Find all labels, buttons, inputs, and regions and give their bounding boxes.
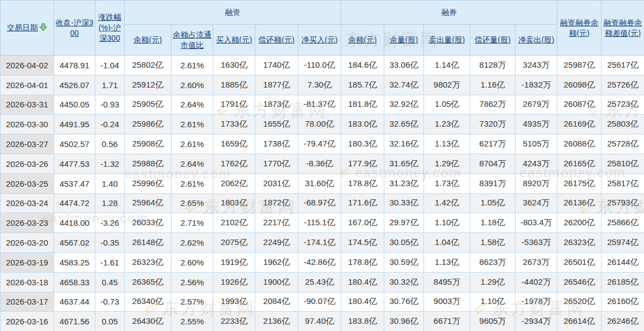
column-header-rq-volume[interactable]: 余量(股): [384, 25, 424, 56]
cell-rz_net_buy: 97.40亿: [298, 312, 341, 331]
cell-rz_net_buy: -42.86亿: [298, 252, 341, 272]
cell-rz_balance_ratio: 2.61%: [171, 134, 213, 154]
cell-rz_net_buy: -174.1亿: [298, 233, 341, 253]
cell-rq_repay_volume: 9605万: [470, 312, 516, 331]
cell-rzrq_balance_diff: 25793亿: [602, 193, 644, 213]
cell-rq_sell_volume: 1.42亿: [424, 193, 470, 213]
cell-rzrq_balance: 26169亿: [557, 115, 602, 134]
cell-rq_repay_volume: 1.05亿: [470, 193, 516, 213]
cell-rq_volume: 32.92亿: [384, 95, 424, 115]
column-header-rz-repay[interactable]: 偿还额(元): [255, 25, 298, 56]
cell-change_pct_hs300: -0.24: [95, 115, 125, 134]
cell-change_pct_hs300: 1.40: [95, 173, 125, 193]
cell-rq_net_sell: 2673万: [516, 252, 557, 272]
cell-rq_volume: 31.23亿: [384, 173, 424, 193]
column-header-rz-net-buy[interactable]: 净买入(元): [298, 25, 341, 56]
rq-balance-header-label: 余额(元): [348, 35, 377, 44]
table-row: 2026-03-194583.25-1.6126323亿2.60%1919亿19…: [1, 252, 644, 272]
cell-rzrq_balance_diff: 25617亿: [602, 56, 644, 75]
cell-rq_balance: 180.4亿: [341, 272, 384, 292]
cell-rq_sell_volume: 9003万: [424, 292, 470, 312]
cell-rq_repay_volume: 8128万: [470, 56, 516, 75]
column-header-rq-balance[interactable]: 余额(元): [341, 25, 384, 56]
column-header-rq-net-sell[interactable]: 净卖出(股): [516, 25, 557, 56]
table-body: 2026-04-024478.91-1.0425802亿2.61%1630亿17…: [1, 56, 644, 331]
cell-rzrq_balance: 26501亿: [557, 252, 602, 272]
cell-rq_net_sell: -1832万: [516, 75, 557, 95]
cell-rz_net_buy: 7.30亿: [298, 75, 341, 95]
cell-rz_balance_ratio: 2.56%: [171, 272, 213, 292]
cell-close_hs300: 4450.05: [54, 95, 95, 115]
cell-rz_repay: 1740亿: [255, 56, 298, 75]
column-header-rq-repay-volume[interactable]: 偿还量(股): [470, 25, 516, 56]
cell-rq_sell_volume: 1.14亿: [424, 56, 470, 75]
cell-rzrq_balance: 26323亿: [557, 233, 602, 253]
cell-rzrq_balance_diff: 25817亿: [602, 173, 644, 193]
column-header-rz-buy[interactable]: 买入额(元): [213, 25, 255, 56]
cell-rzrq_balance_diff: 25974亿: [602, 233, 644, 253]
cell-rq_sell_volume: 1.13亿: [424, 134, 470, 154]
cell-rzrq_balance_diff: 26144亿: [602, 252, 644, 272]
column-header-close-hs300[interactable]: 收盘-沪深300: [54, 1, 95, 56]
cell-rq_balance: 184.6亿: [341, 56, 384, 75]
rq-sell-volume-header-label: 卖出量(股): [429, 35, 465, 44]
cell-change_pct_hs300: -1.04: [95, 56, 125, 75]
column-header-rzrq-balance[interactable]: 融资融券余额(元): [557, 1, 602, 56]
rz-balance-ratio-header-label: 余额占流通市值比: [173, 30, 212, 50]
cell-close_hs300: 4526.07: [54, 75, 95, 95]
cell-trade_date: 2026-03-26: [1, 154, 54, 173]
cell-rq_volume: 29.97亿: [384, 213, 424, 233]
cell-rq_sell_volume: 9802万: [424, 75, 470, 95]
cell-rz_balance: 25964亿: [125, 193, 171, 213]
cell-rz_repay: 1655亿: [255, 115, 298, 134]
cell-rz_balance: 25905亿: [125, 95, 171, 115]
cell-rzrq_balance_diff: 26185亿: [602, 272, 644, 292]
table-row: 2026-03-244474.721.2825964亿2.65%1803亿187…: [1, 193, 644, 213]
column-header-rq-sell-volume[interactable]: 卖出量(股): [424, 25, 470, 56]
cell-rz_balance: 25988亿: [125, 154, 171, 173]
cell-trade_date: 2026-03-17: [1, 292, 54, 312]
cell-trade_date: 2026-03-18: [1, 272, 54, 292]
cell-trade_date: 2026-03-31: [1, 95, 54, 115]
cell-rq_net_sell: 2679万: [516, 95, 557, 115]
cell-rq_sell_volume: 1.73亿: [424, 173, 470, 193]
group-header-financing: 融资: [125, 1, 341, 25]
cell-rz_net_buy: -68.97亿: [298, 193, 341, 213]
column-header-change-pct-hs300[interactable]: 涨跌幅(%)-沪深300: [95, 1, 125, 56]
cell-rq_sell_volume: 1.23亿: [424, 115, 470, 134]
cell-rz_buy: 1885亿: [213, 75, 255, 95]
table-row: 2026-03-164671.560.0526430亿2.55%2233亿213…: [1, 312, 644, 331]
cell-rq_repay_volume: 1.10亿: [470, 292, 516, 312]
cell-rq_sell_volume: 8495万: [424, 272, 470, 292]
table-row: 2026-03-264477.53-1.3225988亿2.64%1762亿17…: [1, 154, 644, 173]
cell-rz_net_buy: 25.43亿: [298, 272, 341, 292]
cell-rq_balance: 181.8亿: [341, 95, 384, 115]
cell-rq_sell_volume: 1.13亿: [424, 252, 470, 272]
cell-rq_net_sell: 8920万: [516, 173, 557, 193]
cell-rz_balance: 26340亿: [125, 292, 171, 312]
cell-trade_date: 2026-03-27: [1, 134, 54, 154]
column-header-rzrq-balance-diff[interactable]: 融资融券余额差值(元): [602, 1, 644, 56]
rz-balance-header-label: 余额(元): [133, 35, 162, 44]
column-header-rz-balance[interactable]: 余额(元): [125, 25, 171, 56]
cell-trade_date: 2026-03-24: [1, 193, 54, 213]
cell-rz_buy: 1803亿: [213, 193, 255, 213]
cell-change_pct_hs300: -0.35: [95, 233, 125, 253]
cell-rq_sell_volume: 1.04亿: [424, 233, 470, 253]
cell-rq_balance: 167.0亿: [341, 213, 384, 233]
cell-close_hs300: 4418.00: [54, 213, 95, 233]
column-header-rz-balance-ratio[interactable]: 余额占流通市值比: [171, 25, 213, 56]
cell-change_pct_hs300: 1.28: [95, 193, 125, 213]
cell-rq_balance: 171.6亿: [341, 193, 384, 213]
cell-rq_balance: 185.7亿: [341, 75, 384, 95]
column-header-trade-date[interactable]: 交易日期: [1, 1, 54, 56]
cell-rzrq_balance_diff: 25723亿: [602, 95, 644, 115]
rz-repay-header-label: 偿还额(元): [259, 35, 294, 44]
cell-rq_net_sell: 4243万: [516, 154, 557, 173]
cell-rz_balance_ratio: 2.61%: [171, 173, 213, 193]
cell-rzrq_balance: 26165亿: [557, 154, 602, 173]
margin-trading-page: 交易日期 收盘-沪深300 涨跌幅(%)-沪深300 融资 融券 融资融券余额(…: [0, 0, 644, 331]
cell-close_hs300: 4637.44: [54, 292, 95, 312]
cell-close_hs300: 4474.72: [54, 193, 95, 213]
cell-rq_volume: 33.06亿: [384, 56, 424, 75]
